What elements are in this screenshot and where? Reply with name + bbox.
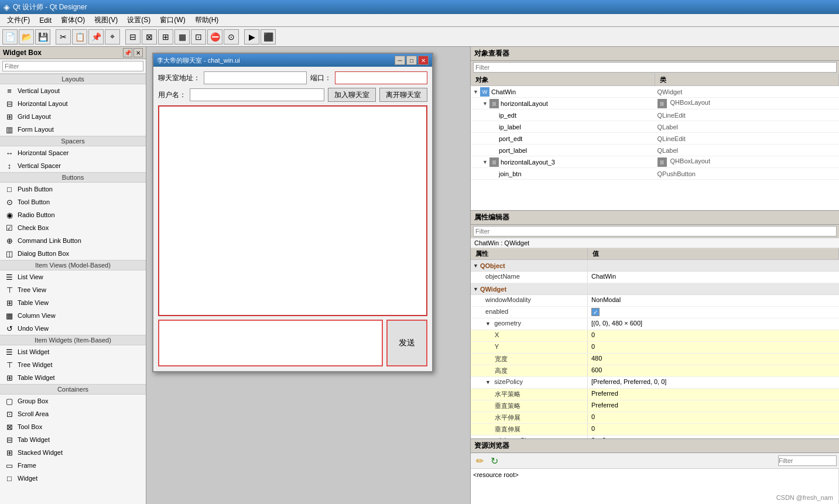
toolbar-layout-g[interactable]: ⊞ <box>158 29 173 44</box>
prop-row-vpolicy[interactable]: 垂直策略 Preferred <box>471 400 839 412</box>
toolbar-paste[interactable]: 📌 <box>88 29 104 44</box>
resource-refresh-btn[interactable]: ↻ <box>488 454 501 467</box>
widget-box-close[interactable]: ✕ <box>133 48 143 57</box>
menu-edit[interactable]: Edit <box>35 15 56 26</box>
widget-command-link-button[interactable]: ⊕ Command Link Button <box>0 234 146 247</box>
minsize-value: 0 × 0 <box>588 436 839 438</box>
chat-username-input[interactable] <box>190 88 324 101</box>
widget-vertical-spacer[interactable]: ↕ Vertical Spacer <box>0 159 146 172</box>
menu-file[interactable]: 文件(F) <box>2 14 35 26</box>
widget-undo-view[interactable]: ↺ Undo View <box>0 322 146 335</box>
widget-filter-input[interactable] <box>2 61 143 71</box>
toolbar-preview[interactable]: ▶ <box>244 29 259 44</box>
designer-window-restore[interactable]: □ <box>406 56 417 65</box>
obj-row-chatwin[interactable]: ▼ W ChatWin QWidget <box>471 86 839 98</box>
widget-widget[interactable]: □ Widget <box>0 472 146 485</box>
property-editor: 属性编辑器 ChatWin : QWidget 属性 值 ▼ QObject <box>471 211 839 439</box>
send-btn[interactable]: 发送 <box>386 320 427 366</box>
widget-box-pin[interactable]: 📌 <box>123 48 132 57</box>
widget-horizontal-spacer[interactable]: ↔ Horizontal Spacer <box>0 146 146 159</box>
prop-row-y[interactable]: Y 0 <box>471 342 839 354</box>
widget-grid-layout[interactable]: ⊞ Grid Layout <box>0 110 146 123</box>
widget-list-widget[interactable]: ☰ List Widget <box>0 345 146 358</box>
widget-horizontal-layout[interactable]: ⊟ Horizontal Layout <box>0 97 146 110</box>
widget-column-view[interactable]: ▦ Column View <box>0 309 146 322</box>
prop-section-qwidget: ▼ QWidget <box>471 283 839 295</box>
widget-list-view[interactable]: ☰ List View <box>0 270 146 283</box>
widget-dialog-button-box[interactable]: ◫ Dialog Button Box <box>0 247 146 260</box>
chat-ip-input[interactable] <box>204 71 307 84</box>
widget-radio-button[interactable]: ◉ Radio Button <box>0 208 146 221</box>
toolbar-adjust[interactable]: ⊙ <box>224 29 239 44</box>
widget-table-widget[interactable]: ⊞ Table Widget <box>0 371 146 384</box>
toolbar-snap[interactable]: ⌖ <box>105 29 120 44</box>
leave-btn[interactable]: 离开聊天室 <box>379 88 427 102</box>
menu-window[interactable]: 窗口(W) <box>155 14 190 26</box>
toolbar-layout-s[interactable]: ⊡ <box>191 29 206 44</box>
toolbar-new[interactable]: 📄 <box>2 29 18 44</box>
obj-row-join-btn[interactable]: join_btn QPushButton <box>471 168 839 180</box>
chat-message-input[interactable] <box>158 320 383 366</box>
designer-window-minimize[interactable]: ─ <box>395 56 405 65</box>
ip-label-name: ip_label <box>499 124 521 131</box>
prop-row-width[interactable]: 宽度 480 <box>471 354 839 365</box>
object-inspector-filter-input[interactable] <box>473 62 837 73</box>
obj-row-ip-label[interactable]: ip_label QLabel <box>471 121 839 133</box>
obj-row-hlayout3[interactable]: ▼ ||| horizontalLayout_3 ||| QHBoxLayout <box>471 156 839 168</box>
widget-tree-widget[interactable]: ⊤ Tree Widget <box>0 358 146 371</box>
widget-table-view[interactable]: ⊞ Table View <box>0 296 146 309</box>
menu-help[interactable]: 帮助(H) <box>190 14 224 26</box>
prop-row-minsize[interactable]: ▼ minimumSize 0 × 0 <box>471 436 839 438</box>
chat-port-input[interactable] <box>335 71 427 84</box>
widget-form-layout[interactable]: ▥ Form Layout <box>0 123 146 136</box>
hstretch-value: 0 <box>588 412 839 423</box>
widget-tool-box[interactable]: ⊠ Tool Box <box>0 420 146 433</box>
prop-row-vstretch[interactable]: 垂直伸展 0 <box>471 424 839 436</box>
grid-layout-icon: ⊞ <box>4 112 15 121</box>
widget-frame[interactable]: ▭ Frame <box>0 459 146 472</box>
prop-row-hpolicy[interactable]: 水平策略 Preferred <box>471 389 839 400</box>
property-filter-input[interactable] <box>473 226 837 236</box>
obj-row-port-label[interactable]: port_label QLabel <box>471 145 839 156</box>
resource-filter-input[interactable] <box>778 455 837 466</box>
toolbar-layout-v[interactable]: ⊟ <box>125 29 141 44</box>
obj-row-hlayout[interactable]: ▼ ||| horizontalLayout ||| QHBoxLayout <box>471 98 839 109</box>
prop-row-windowmodality[interactable]: windowModality NonModal <box>471 295 839 307</box>
prop-row-height[interactable]: 高度 600 <box>471 365 839 377</box>
widget-tab-widget[interactable]: ⊟ Tab Widget <box>0 433 146 446</box>
toolbar-save[interactable]: 💾 <box>35 29 50 44</box>
widget-filter-bar <box>0 59 146 74</box>
widget-tool-button[interactable]: ⊙ Tool Button <box>0 196 146 208</box>
widget-tree-view[interactable]: ⊤ Tree View <box>0 283 146 296</box>
toolbar-open[interactable]: 📂 <box>19 29 34 44</box>
toolbar-break[interactable]: ⛔ <box>207 29 222 44</box>
widget-stacked-widget[interactable]: ⊞ Stacked Widget <box>0 446 146 459</box>
enabled-checkbox[interactable]: ✓ <box>591 308 600 316</box>
prop-row-objectname[interactable]: objectName ChatWin <box>471 272 839 283</box>
prop-row-enabled[interactable]: enabled ✓ <box>471 307 839 318</box>
resource-edit-btn[interactable]: ✏ <box>473 454 486 467</box>
widget-vertical-layout[interactable]: ≡ Vertical Layout <box>0 84 146 97</box>
widget-push-button[interactable]: □ Push Button <box>0 183 146 196</box>
menu-settings[interactable]: 设置(S) <box>122 14 155 26</box>
toolbar-layout-h[interactable]: ⊠ <box>142 29 157 44</box>
designer-window-close[interactable]: ✕ <box>418 56 429 65</box>
prop-row-x[interactable]: X 0 <box>471 330 839 342</box>
prop-row-hstretch[interactable]: 水平伸展 0 <box>471 412 839 424</box>
join-btn[interactable]: 加入聊天室 <box>328 88 376 102</box>
qobject-label: QObject <box>480 262 505 269</box>
toolbar-cut[interactable]: ✂ <box>56 29 71 44</box>
obj-row-ip-edt[interactable]: ip_edt QLineEdit <box>471 109 839 121</box>
height-label: 高度 <box>495 367 508 374</box>
menu-form[interactable]: 窗体(O) <box>56 14 90 26</box>
menu-view[interactable]: 视图(V) <box>90 14 122 26</box>
widget-group-box[interactable]: ▢ Group Box <box>0 395 146 407</box>
toolbar-layout-f[interactable]: ▦ <box>174 29 190 44</box>
widget-scroll-area[interactable]: ⊡ Scroll Area <box>0 407 146 420</box>
prop-row-sizepolicy[interactable]: ▼ sizePolicy [Preferred, Preferred, 0, 0… <box>471 377 839 389</box>
obj-row-port-edt[interactable]: port_edt QLineEdit <box>471 133 839 145</box>
prop-row-geometry[interactable]: ▼ geometry [(0, 0), 480 × 600] <box>471 318 839 330</box>
toolbar-copy[interactable]: 📋 <box>72 29 87 44</box>
toolbar-stop[interactable]: ⬛ <box>261 29 276 44</box>
widget-check-box[interactable]: ☑ Check Box <box>0 221 146 234</box>
